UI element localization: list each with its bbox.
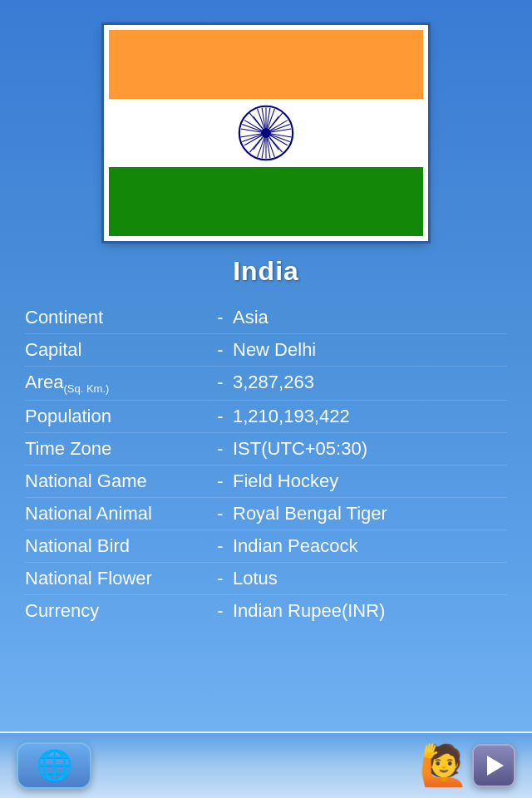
dash-continent: - bbox=[208, 307, 233, 328]
table-row: National Bird - Indian Peacock bbox=[25, 530, 507, 563]
dash-national-game: - bbox=[208, 470, 233, 492]
play-icon bbox=[487, 756, 504, 776]
table-row: Population - 1,210,193,422 bbox=[25, 401, 507, 433]
avatar-area: 🙋 bbox=[419, 746, 469, 786]
globe-icon: 🌐 bbox=[36, 748, 73, 783]
table-row: Currency - Indian Rupee(INR) bbox=[25, 595, 507, 627]
dash-population: - bbox=[208, 406, 233, 427]
avatar-icon: 🙋 bbox=[419, 746, 469, 786]
globe-button[interactable]: 🌐 bbox=[17, 742, 91, 789]
value-national-bird: Indian Peacock bbox=[233, 535, 507, 557]
label-currency: Currency bbox=[25, 600, 208, 622]
flag-green-stripe bbox=[109, 167, 423, 236]
ashoka-chakra bbox=[237, 104, 295, 162]
flag-white-stripe bbox=[109, 99, 423, 168]
bottom-bar: 🌐 🙋 bbox=[0, 732, 532, 798]
table-row: Time Zone - IST(UTC+05:30) bbox=[25, 433, 507, 466]
value-national-game: Field Hockey bbox=[233, 470, 507, 492]
value-timezone: IST(UTC+05:30) bbox=[233, 438, 507, 460]
dash-national-flower: - bbox=[208, 568, 233, 589]
table-row: National Game - Field Hockey bbox=[25, 466, 507, 498]
table-row: National Animal - Royal Bengal Tiger bbox=[25, 498, 507, 530]
play-button[interactable] bbox=[472, 744, 515, 787]
table-row: Capital - New Delhi bbox=[25, 334, 507, 367]
table-row: National Flower - Lotus bbox=[25, 563, 507, 595]
india-flag bbox=[104, 25, 428, 241]
country-name: India bbox=[233, 256, 299, 287]
label-national-bird: National Bird bbox=[25, 535, 208, 557]
dash-timezone: - bbox=[208, 438, 233, 460]
dash-area: - bbox=[208, 372, 233, 393]
svg-point-33 bbox=[261, 128, 270, 137]
dash-currency: - bbox=[208, 600, 233, 622]
label-national-flower: National Flower bbox=[25, 568, 208, 589]
label-timezone: Time Zone bbox=[25, 438, 208, 460]
dash-capital: - bbox=[208, 339, 233, 361]
flag-orange-stripe bbox=[109, 30, 423, 99]
value-capital: New Delhi bbox=[233, 339, 507, 361]
info-table: Continent - Asia Capital - New Delhi Are… bbox=[25, 302, 507, 627]
label-national-animal: National Animal bbox=[25, 503, 208, 525]
dash-national-bird: - bbox=[208, 535, 233, 557]
value-area: 3,287,263 bbox=[233, 372, 507, 393]
value-currency: Indian Rupee(INR) bbox=[233, 600, 507, 622]
dash-national-animal: - bbox=[208, 503, 233, 525]
table-row: Area(Sq. Km.) - 3,287,263 bbox=[25, 367, 507, 401]
label-population: Population bbox=[25, 406, 208, 427]
label-area: Area(Sq. Km.) bbox=[25, 372, 208, 395]
value-population: 1,210,193,422 bbox=[233, 406, 507, 427]
value-national-flower: Lotus bbox=[233, 568, 507, 589]
value-continent: Asia bbox=[233, 307, 507, 328]
value-national-animal: Royal Bengal Tiger bbox=[233, 503, 507, 525]
label-continent: Continent bbox=[25, 307, 208, 328]
table-row: Continent - Asia bbox=[25, 302, 507, 334]
right-button-group: 🙋 bbox=[419, 744, 515, 787]
label-capital: Capital bbox=[25, 339, 208, 361]
label-national-game: National Game bbox=[25, 470, 208, 492]
